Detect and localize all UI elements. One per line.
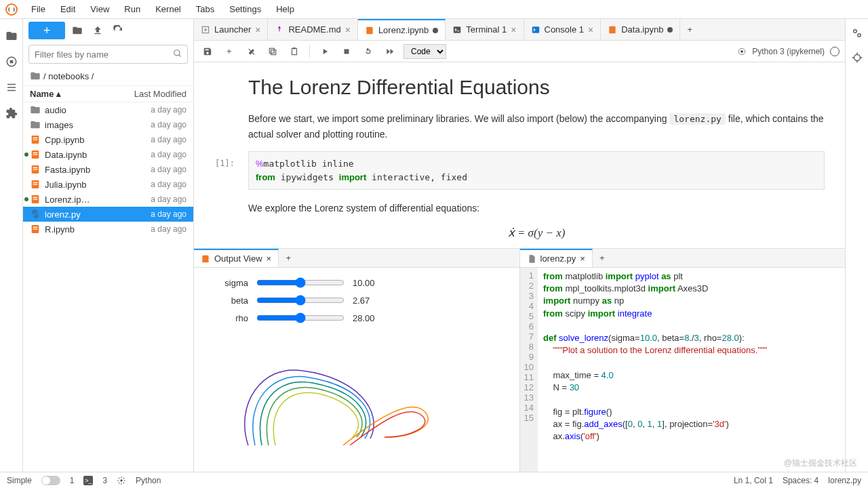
tab-launcher[interactable]: Launcher× [194, 19, 268, 40]
close-icon[interactable]: × [588, 24, 593, 35]
notebook-toolbar: + Code Python 3 (ipykernel) [194, 41, 845, 62]
notebook-content[interactable]: The Lorenz Differential Equations Before… [194, 62, 845, 248]
search-icon [173, 49, 182, 58]
file-item[interactable]: Cpp.ipynba day ago [23, 132, 193, 147]
file-item[interactable]: R.ipynba day ago [23, 222, 193, 237]
folder-icon[interactable] [5, 30, 18, 42]
close-icon[interactable]: × [255, 24, 260, 35]
file-modified: a day ago [151, 224, 186, 234]
close-icon[interactable]: × [345, 24, 351, 35]
tab-data-ipynb[interactable]: Data.ipynb [601, 19, 680, 40]
tab-console-1[interactable]: Console 1× [524, 19, 601, 40]
file-item[interactable]: Fasta.ipynba day ago [23, 162, 193, 177]
svg-rect-14 [33, 184, 38, 184]
beta-slider[interactable] [256, 295, 344, 306]
add-tab-button[interactable]: + [680, 19, 699, 40]
slider-sigma: sigma10.00 [208, 277, 506, 288]
tab-lorenz-ipynb[interactable]: Lorenz.ipynb [358, 19, 446, 40]
col-modified[interactable]: Last Modified [134, 89, 186, 99]
menu-view[interactable]: View [83, 1, 116, 17]
language-label[interactable]: Python [136, 476, 161, 485]
sigma-slider[interactable] [256, 277, 344, 288]
svg-rect-23 [454, 26, 461, 33]
menu-help[interactable]: Help [269, 1, 301, 17]
restart-button[interactable] [360, 43, 376, 60]
close-icon[interactable]: × [580, 253, 585, 264]
tab-terminal-1[interactable]: Terminal 1× [446, 19, 524, 40]
bottom-panels: Output View × + sigma10.00beta2.67rho28.… [194, 248, 845, 472]
filebrowser-toolbar: + [23, 19, 193, 42]
close-icon[interactable]: × [267, 253, 272, 264]
file-modified: a day ago [151, 180, 186, 189]
file-name: audio [45, 105, 146, 115]
menu-settings[interactable]: Settings [222, 1, 268, 17]
stop-button[interactable] [338, 43, 355, 60]
code-editor[interactable]: 123456789101112131415 from matplotlib im… [520, 268, 846, 472]
tab-lorenz-py[interactable]: lorenz.py × [520, 249, 593, 267]
menu-tabs[interactable]: Tabs [189, 1, 221, 17]
close-icon[interactable]: × [511, 24, 516, 35]
file-name: Fasta.ipynb [45, 165, 146, 175]
file-modified: a day ago [151, 195, 186, 204]
add-tab-button[interactable]: + [279, 249, 298, 267]
new-folder-button[interactable] [69, 22, 85, 39]
tab-label: lorenz.py [540, 253, 576, 264]
kernel-indicator-icon[interactable] [737, 47, 747, 56]
simple-toggle[interactable] [41, 476, 60, 485]
run-button[interactable] [317, 43, 333, 60]
menu-kernel[interactable]: Kernel [149, 1, 188, 17]
run-all-button[interactable] [382, 43, 398, 60]
gears-icon[interactable] [851, 27, 863, 39]
file-item[interactable]: imagesa day ago [23, 117, 193, 132]
kernel-name[interactable]: Python 3 (ipykernel) [752, 47, 825, 56]
filter-input[interactable] [28, 45, 188, 64]
file-item[interactable]: Lorenz.ip…a day ago [23, 192, 193, 207]
debug-icon[interactable] [851, 52, 863, 64]
code-cell[interactable]: [1]: %matplotlib inline from ipywidgets … [248, 151, 825, 190]
copy-button[interactable] [264, 43, 281, 60]
save-button[interactable] [199, 43, 216, 60]
workspace: + / notebooks / Name ▴ Last Modified aud… [0, 19, 868, 472]
cell-type-select[interactable]: Code [403, 44, 446, 59]
refresh-button[interactable] [110, 22, 126, 39]
file-item[interactable]: Julia.ipynba day ago [23, 177, 193, 192]
cut-button[interactable] [243, 43, 259, 60]
file-item[interactable]: lorenz.pya day ago [23, 207, 193, 222]
svg-rect-19 [33, 227, 38, 228]
file-modified: a day ago [151, 209, 186, 219]
file-name: Lorenz.ip… [45, 195, 146, 205]
menu-edit[interactable]: Edit [54, 1, 82, 17]
cursor-pos[interactable]: Ln 1, Col 1 [734, 476, 773, 485]
menu-run[interactable]: Run [117, 1, 147, 17]
tab-readme-md[interactable]: README.md× [268, 19, 357, 40]
extensions-icon[interactable] [5, 107, 18, 119]
svg-rect-26 [271, 49, 276, 54]
toc-icon[interactable] [5, 81, 18, 94]
col-name[interactable]: Name [30, 89, 54, 99]
tab-label: README.md [288, 24, 340, 35]
terminal-count: 3 [102, 476, 107, 485]
tab-output-view[interactable]: Output View × [194, 249, 279, 267]
terminal-icon[interactable]: >_ [83, 476, 93, 485]
settings-icon[interactable] [117, 476, 126, 485]
running-icon[interactable] [5, 56, 18, 68]
svg-rect-5 [33, 139, 38, 140]
file-item[interactable]: Data.ipynba day ago [23, 147, 193, 162]
new-launcher-button[interactable]: + [28, 22, 65, 39]
add-tab-button[interactable]: + [593, 249, 612, 267]
svg-rect-1 [9, 60, 13, 64]
spaces-label[interactable]: Spaces: 4 [783, 476, 818, 485]
page-title: The Lorenz Differential Equations [248, 76, 825, 99]
breadcrumb[interactable]: / notebooks / [23, 66, 193, 85]
file-icon [527, 254, 536, 264]
svg-point-31 [741, 50, 744, 53]
paste-button[interactable] [286, 43, 302, 60]
file-item[interactable]: audioa day ago [23, 102, 193, 117]
main-area: Launcher×README.md×Lorenz.ipynbTerminal … [194, 19, 845, 472]
insert-cell-button[interactable]: + [221, 43, 237, 60]
rho-slider[interactable] [256, 312, 344, 323]
file-name: R.ipynb [45, 224, 146, 235]
svg-rect-4 [33, 138, 38, 138]
menu-file[interactable]: File [24, 1, 52, 17]
upload-button[interactable] [90, 22, 106, 39]
